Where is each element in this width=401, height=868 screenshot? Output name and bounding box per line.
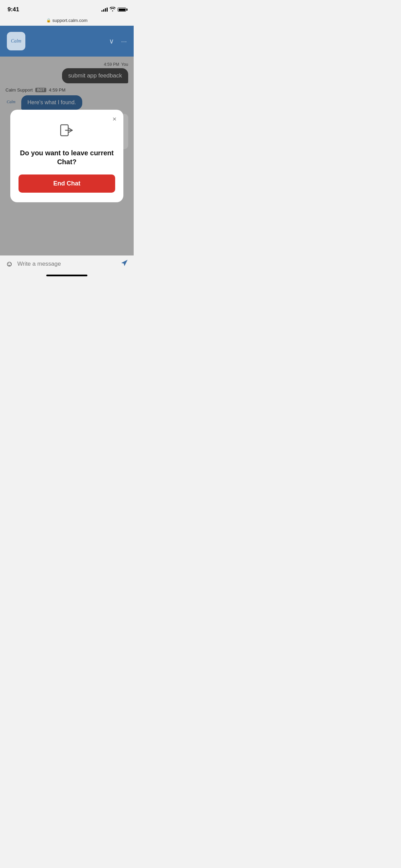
send-icon (121, 259, 128, 267)
minimize-button[interactable]: ∨ (109, 37, 114, 45)
lock-icon: 🔒 (46, 18, 51, 23)
signal-bars-icon (101, 8, 108, 12)
calm-logo: Calm (7, 32, 25, 50)
end-chat-modal: × Do you want to leave current Chat? End… (10, 110, 123, 202)
logout-icon (59, 122, 75, 142)
wifi-icon (110, 7, 116, 12)
more-options-button[interactable]: ··· (121, 37, 127, 45)
chat-header: Calm ∨ ··· (0, 26, 134, 57)
home-indicator (0, 272, 134, 279)
send-button[interactable] (121, 259, 128, 268)
battery-icon (118, 8, 126, 12)
status-icons (101, 7, 126, 12)
modal-overlay: × Do you want to leave current Chat? End… (0, 57, 134, 255)
emoji-button[interactable]: ☺ (5, 260, 13, 268)
status-time: 9:41 (8, 6, 19, 13)
chat-area: 4:59 PM You submit app feedback Calm Sup… (0, 57, 134, 255)
home-bar (46, 275, 87, 276)
status-bar: 9:41 (0, 0, 134, 16)
input-bar: ☺ (0, 255, 134, 272)
url-text: support.calm.com (52, 18, 88, 23)
modal-title: Do you want to leave current Chat? (19, 148, 115, 166)
header-actions: ∨ ··· (109, 37, 127, 45)
modal-close-button[interactable]: × (112, 115, 117, 123)
browser-bar: 🔒 support.calm.com (0, 16, 134, 26)
logout-svg-icon (59, 122, 75, 138)
end-chat-button[interactable]: End Chat (19, 174, 115, 193)
message-input[interactable] (17, 261, 117, 267)
